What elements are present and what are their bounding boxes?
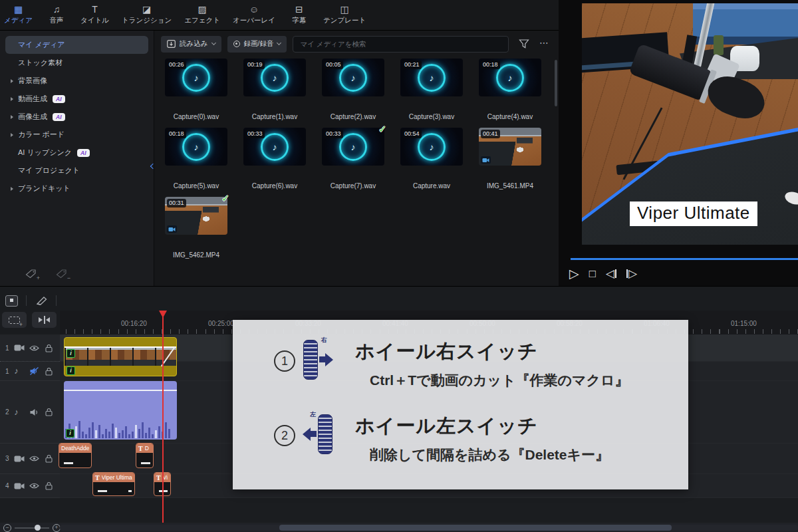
track-visibility-icon[interactable] xyxy=(29,408,45,416)
media-item[interactable]: ♪ 00:18 Capture(4).wav xyxy=(479,59,541,125)
media-thumbnail[interactable]: ♪ 00:05 xyxy=(322,59,384,96)
volume-line[interactable] xyxy=(64,390,177,391)
media-scrollbar[interactable] xyxy=(555,60,557,106)
horizontal-scrollbar[interactable] xyxy=(60,525,798,531)
media-item[interactable]: ♪ 00:19 Capture(1).wav xyxy=(243,59,306,125)
lock-icon[interactable] xyxy=(45,481,60,490)
sidebar-item-image-generation[interactable]: 画像生成 AI xyxy=(5,108,148,126)
media-item[interactable]: ♪ 00:26 Capture(0).wav xyxy=(165,59,227,125)
preview-video[interactable]: Viper Ultimate xyxy=(582,3,798,245)
media-thumbnail[interactable]: ♪ 00:18 xyxy=(165,128,227,166)
track-visibility-icon[interactable] xyxy=(29,344,45,352)
lock-icon[interactable] xyxy=(45,367,60,376)
media-thumbnail[interactable]: ♪ 00:18 xyxy=(479,59,541,96)
scrollbar-thumb[interactable] xyxy=(279,525,672,531)
duration-badge: 00:18 xyxy=(167,130,186,138)
zoom-slider-handle[interactable] xyxy=(35,525,41,531)
filmstrip xyxy=(65,346,176,366)
add-tag-icon[interactable]: + xyxy=(25,269,39,279)
filter-icon[interactable] xyxy=(519,39,529,49)
duration-badge: 00:31 xyxy=(167,199,186,207)
desk-can xyxy=(714,35,724,55)
tab-media[interactable]: ▦ メディア xyxy=(4,5,33,25)
wheel-shape xyxy=(303,340,318,380)
media-thumbnail[interactable]: ♪ 00:19 xyxy=(243,59,306,96)
media-item[interactable]: 00:31 ✓ IMG_5462.MP4 xyxy=(165,197,227,263)
media-thumbnail[interactable]: ♪ 00:54 xyxy=(400,128,463,166)
zoom-slider[interactable] xyxy=(15,527,49,529)
audio-clip[interactable]: i xyxy=(64,381,177,440)
collapse-panel-button[interactable] xyxy=(149,160,157,173)
sidebar-item-brand-kit[interactable]: ブランドキット xyxy=(5,180,148,198)
playhead-line[interactable] xyxy=(162,311,164,523)
lock-icon[interactable] xyxy=(45,454,60,463)
sidebar-item-my-project[interactable]: マイ プロジェクト xyxy=(5,162,148,180)
media-item[interactable]: ♪ 00:33 Capture(6).wav xyxy=(243,128,306,194)
tab-label: オーバーレイ xyxy=(233,16,275,25)
step-back-button[interactable]: ◁ xyxy=(606,268,616,279)
media-item[interactable]: 00:41 IMG_5461.MP4 xyxy=(479,128,541,194)
search-input[interactable] xyxy=(293,36,509,53)
more-options-icon[interactable]: ⋯ xyxy=(539,37,549,48)
tab-template[interactable]: ◫ テンプレート xyxy=(323,5,366,25)
media-thumbnail[interactable]: ♪ 00:33 xyxy=(322,128,384,166)
expand-arrow-icon[interactable] xyxy=(11,115,13,119)
remove-tag-icon[interactable]: − xyxy=(56,269,69,279)
snap-button[interactable] xyxy=(32,312,57,328)
stop-button[interactable]: □ xyxy=(589,268,596,279)
media-item[interactable]: ♪ 00:18 Capture(5).wav xyxy=(165,128,227,194)
media-item[interactable]: ♪ 00:05 Capture(2).wav xyxy=(322,59,384,125)
media-thumbnail[interactable]: ♪ 00:26 xyxy=(165,59,227,96)
media-item[interactable]: ♪ 00:21 Capture(3).wav xyxy=(400,59,463,125)
sidebar-item-stock-media[interactable]: ストック素材 xyxy=(5,54,148,72)
canvas-tool-icon[interactable] xyxy=(5,295,18,307)
music-note-icon: ♪ xyxy=(430,142,434,152)
media-item[interactable]: ♪ 00:54 Capture.wav xyxy=(400,128,463,194)
media-thumbnail[interactable]: ♪ 00:33 xyxy=(243,128,306,166)
record-icon xyxy=(233,41,240,47)
sidebar-item-label: 背景画像 xyxy=(18,76,47,86)
media-thumbnail[interactable]: 00:41 xyxy=(479,128,541,166)
tab-title[interactable]: T タイトル xyxy=(80,5,109,25)
blade-tool-icon[interactable] xyxy=(35,295,48,306)
expand-arrow-icon[interactable] xyxy=(11,133,13,137)
sidebar-item-color-board[interactable]: カラー ボード xyxy=(5,126,148,144)
media-thumbnail[interactable]: 00:31 xyxy=(165,197,227,235)
sidebar-item-my-media[interactable]: マイ メディア xyxy=(5,36,148,54)
step-forward-button[interactable]: ▷ xyxy=(626,268,637,279)
overlay-icon: ☺ xyxy=(249,5,259,15)
zoom-out-button[interactable]: − xyxy=(3,524,11,532)
sidebar-item-ai-lipsync[interactable]: AI リップシンク AI xyxy=(5,144,148,162)
expand-arrow-icon[interactable] xyxy=(11,79,13,83)
track-visibility-icon[interactable] xyxy=(29,455,45,462)
video-clip-selected[interactable]: i i xyxy=(64,337,177,376)
checkmark-icon: ✓ xyxy=(221,193,229,203)
record-button[interactable]: 録画/録音 xyxy=(227,36,287,53)
playback-progress-bar[interactable] xyxy=(571,258,798,260)
expand-arrow-icon[interactable] xyxy=(11,187,13,191)
instruction-description: Ctrl＋Tで動画のカット『作業のマクロ』 xyxy=(355,371,628,390)
tab-overlay[interactable]: ☺ オーバーレイ xyxy=(233,5,275,25)
tab-audio[interactable]: ♫ 音声 xyxy=(45,5,68,25)
sidebar-item-video-generation[interactable]: 動画生成 AI xyxy=(5,90,148,108)
media-item[interactable]: ♪ 00:33 ✓ Capture(7).wav xyxy=(322,128,384,194)
title-clip[interactable]: T Viper Ultima xyxy=(92,472,135,496)
title-clip-body xyxy=(93,482,134,495)
lock-icon[interactable] xyxy=(45,344,60,352)
tab-effect[interactable]: ▨ エフェクト xyxy=(184,5,220,25)
tab-transition[interactable]: ◪ トランジション xyxy=(122,5,172,25)
lock-icon[interactable] xyxy=(45,408,60,416)
tab-subtitle[interactable]: ⊟ 字幕 xyxy=(288,5,311,25)
play-button[interactable]: ▷ xyxy=(569,267,579,280)
track-visibility-icon[interactable] xyxy=(29,482,45,489)
import-button[interactable]: 読み込み xyxy=(161,36,221,53)
expand-arrow-icon[interactable] xyxy=(11,97,13,101)
track-visibility-icon[interactable] xyxy=(29,367,45,375)
mouse-wheel-icon: 右 xyxy=(302,338,336,382)
import-label: 読み込み xyxy=(180,39,208,49)
title-clip[interactable]: DeathAdder xyxy=(59,443,92,468)
media-thumbnail[interactable]: ♪ 00:21 xyxy=(400,59,463,96)
title-clip[interactable]: T D xyxy=(136,443,154,468)
add-marker-button[interactable] xyxy=(2,312,27,328)
sidebar-item-background-images[interactable]: 背景画像 xyxy=(5,72,148,90)
